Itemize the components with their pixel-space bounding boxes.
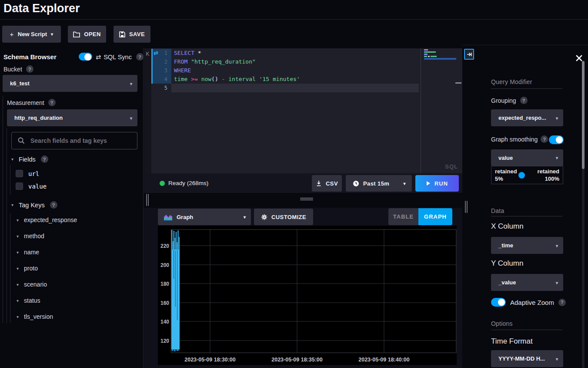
- sql-sync-toggle[interactable]: [79, 53, 92, 61]
- chart-plot-area[interactable]: 220 200 180 160 140 120: [158, 226, 457, 365]
- status-dot: [160, 181, 165, 186]
- smoothing-column-dropdown[interactable]: value ▾: [491, 149, 563, 166]
- tag-keys-expander-icon[interactable]: ▾: [11, 203, 13, 207]
- tag-key-row[interactable]: ▾proto: [17, 265, 38, 272]
- right-splitter-handle[interactable]: [465, 201, 468, 213]
- close-icon: [575, 54, 583, 62]
- tag-key-row[interactable]: ▾status: [17, 297, 40, 304]
- tag-key-row[interactable]: ▾scenario: [17, 281, 47, 288]
- adaptive-zoom-toggle[interactable]: [491, 298, 506, 307]
- line-number: 2: [153, 57, 167, 66]
- adaptive-zoom-help-icon[interactable]: ?: [558, 299, 566, 306]
- table-tab-label: TABLE: [393, 213, 414, 220]
- table-tab[interactable]: TABLE: [388, 208, 418, 225]
- sql-editor[interactable]: K ⇄ 1 2 3 4 5 SELECT * FROM "http_req_du…: [144, 48, 462, 173]
- chevron-down-icon: ▾: [244, 215, 246, 219]
- chevron-down-icon: ▾: [130, 81, 132, 86]
- url-checkbox[interactable]: [16, 170, 23, 177]
- sql-sync-help-icon[interactable]: ?: [136, 53, 144, 61]
- editor-left-strip: K: [144, 48, 151, 173]
- tag-key-label: expected_response: [24, 216, 77, 223]
- minimap[interactable]: [424, 48, 462, 173]
- language-badge: SQL: [445, 163, 458, 170]
- graph-tab-label: GRAPH: [424, 213, 447, 220]
- customize-button[interactable]: CUSTOMIZE: [254, 209, 313, 225]
- tag-expander-icon[interactable]: ▾: [17, 266, 19, 271]
- time-format-dropdown[interactable]: YYYY-MM-DD H... ▾: [491, 350, 563, 367]
- csv-label: CSV: [326, 180, 338, 187]
- search-fields-box[interactable]: [11, 132, 137, 149]
- run-button[interactable]: RUN: [415, 175, 459, 192]
- grouping-dropdown[interactable]: expected_respo... ▾: [491, 109, 563, 126]
- tag-key-row[interactable]: ▾expected_response: [17, 216, 77, 223]
- slider-knob[interactable]: [518, 172, 525, 179]
- measurement-help-icon[interactable]: ?: [48, 99, 56, 106]
- folder-icon: [73, 31, 80, 37]
- tag-expander-icon[interactable]: ▾: [17, 314, 19, 319]
- line-number: 5: [153, 84, 167, 92]
- minimap-slider[interactable]: [455, 82, 461, 84]
- editor-shortcut-hint: K: [144, 51, 151, 57]
- tag-key-row[interactable]: ▾method: [17, 233, 44, 240]
- tag-expander-icon[interactable]: ▾: [17, 234, 19, 239]
- right-panel-scrollbar[interactable]: [582, 61, 585, 368]
- line-number: 3: [153, 66, 167, 75]
- x-tick-label: 2023-05-09 18:30:00: [175, 357, 245, 363]
- scrollbar-thumb[interactable]: [582, 61, 585, 169]
- code-line-2: FROM "http_req_duration": [174, 57, 256, 66]
- value-checkbox[interactable]: [16, 182, 23, 190]
- tag-expander-icon[interactable]: ▾: [17, 298, 19, 303]
- tag-expander-icon[interactable]: ▾: [17, 282, 19, 287]
- indent-guide: [10, 165, 10, 195]
- fields-help-icon[interactable]: ?: [41, 155, 48, 163]
- code-line-3: WHERE: [174, 66, 191, 75]
- new-script-button[interactable]: + New Script ▾: [2, 26, 61, 43]
- tag-key-row[interactable]: ▾tls_version: [17, 313, 53, 320]
- new-script-label: New Script: [18, 31, 47, 37]
- grouping-help-icon[interactable]: ?: [520, 97, 528, 104]
- time-format-value: YYYY-MM-DD H...: [491, 355, 545, 362]
- fields-expander-icon[interactable]: ▾: [11, 157, 13, 162]
- csv-button[interactable]: CSV: [312, 175, 342, 192]
- save-icon: [119, 31, 125, 37]
- options-heading: Options: [491, 320, 513, 327]
- retained-right-bottom: 100%: [537, 175, 559, 182]
- tag-keys-help-icon[interactable]: ?: [50, 201, 57, 209]
- minimap-divider: [421, 48, 421, 173]
- search-input[interactable]: [30, 137, 130, 144]
- graph-panel: Graph ▾ CUSTOMIZE TABLE GRAPH 220 200 18…: [144, 208, 462, 368]
- bucket-help-icon[interactable]: ?: [26, 65, 33, 73]
- save-button[interactable]: SAVE: [114, 26, 150, 43]
- open-button[interactable]: OPEN: [68, 26, 106, 43]
- time-range-dropdown[interactable]: Past 15m ▾: [346, 175, 412, 192]
- bucket-dropdown[interactable]: k6_test ▾: [3, 75, 137, 92]
- run-label: RUN: [434, 180, 448, 187]
- download-icon: [316, 180, 322, 186]
- retained-slider[interactable]: retained 5% retained 100%: [491, 166, 563, 184]
- field-row-value[interactable]: value: [16, 182, 47, 190]
- data-heading: Data: [491, 207, 504, 214]
- view-type-label: Graph: [172, 214, 193, 220]
- tag-expander-icon[interactable]: ▾: [17, 250, 19, 255]
- field-row-url[interactable]: url: [16, 170, 39, 177]
- graph-tab[interactable]: GRAPH: [418, 208, 452, 225]
- sql-sync-label: SQL Sync: [104, 54, 132, 61]
- graph-smoothing-toggle[interactable]: [549, 135, 564, 144]
- clock-icon: [353, 180, 359, 187]
- chart-canvas: [158, 226, 457, 365]
- collapse-panel-button[interactable]: [464, 49, 474, 60]
- schema-browser-title: Schema Browser: [3, 53, 57, 61]
- indent-guide: [3, 96, 3, 323]
- graph-smoothing-help-icon[interactable]: ?: [541, 135, 548, 143]
- y-column-dropdown[interactable]: _value ▾: [491, 274, 563, 291]
- chevron-down-icon: ▾: [556, 243, 558, 248]
- x-column-dropdown[interactable]: _time ▾: [491, 237, 563, 254]
- y-column-label: Y Column: [491, 259, 523, 268]
- view-type-dropdown[interactable]: Graph ▾: [158, 209, 251, 225]
- panel-splitter[interactable]: [144, 193, 462, 208]
- line-number: 4: [153, 75, 167, 84]
- tag-expander-icon[interactable]: ▾: [17, 218, 19, 223]
- tag-key-row[interactable]: ▾name: [17, 249, 39, 256]
- grouping-value: expected_respo...: [491, 115, 546, 121]
- measurement-dropdown[interactable]: http_req_duration ▾: [7, 109, 137, 126]
